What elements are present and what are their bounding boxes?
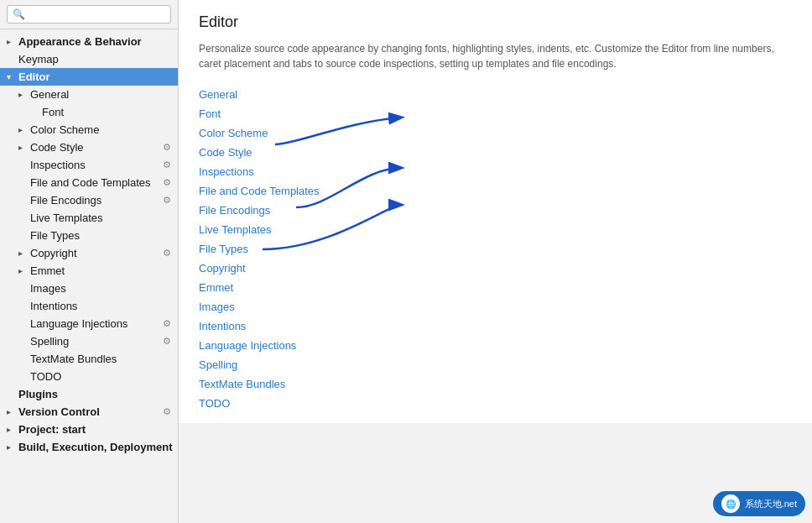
gear-icon: ⚙ bbox=[163, 248, 171, 259]
sidebar-item-label-code-style: Code Style bbox=[30, 141, 159, 154]
sidebar-item-spelling[interactable]: Spelling⚙ bbox=[0, 332, 178, 350]
editor-link-file-types[interactable]: File Types bbox=[199, 243, 792, 255]
sidebar-item-label-file-types: File Types bbox=[30, 229, 171, 242]
editor-link-emmet[interactable]: Emmet bbox=[199, 281, 792, 294]
sidebar-item-label-font: Font bbox=[42, 106, 171, 118]
expand-arrow-emmet: ▸ bbox=[18, 266, 30, 275]
sidebar-item-label-file-and-code-templates: File and Code Templates bbox=[30, 176, 159, 189]
sidebar-item-file-encodings[interactable]: File Encodings⚙ bbox=[0, 191, 178, 209]
sidebar-item-label-file-encodings: File Encodings bbox=[30, 194, 159, 207]
sidebar-item-code-style[interactable]: ▸Code Style⚙ bbox=[0, 139, 178, 156]
sidebar-item-emmet[interactable]: ▸Emmet bbox=[0, 262, 178, 280]
sidebar-item-label-images: Images bbox=[30, 282, 171, 295]
page-title: Editor bbox=[199, 13, 792, 31]
gear-icon: ⚙ bbox=[163, 160, 171, 170]
search-container bbox=[0, 0, 178, 29]
sidebar-item-project-start[interactable]: ▸Project: start bbox=[0, 421, 178, 438]
sidebar-item-label-intentions: Intentions bbox=[30, 300, 171, 312]
main-content: Editor Personalize source code appearanc… bbox=[179, 0, 812, 423]
editor-link-code-style[interactable]: Code Style bbox=[199, 146, 792, 159]
gear-icon: ⚙ bbox=[163, 195, 171, 206]
sidebar-item-label-inspections: Inspections bbox=[30, 159, 159, 171]
expand-arrow-copyright: ▸ bbox=[18, 248, 30, 258]
gear-icon: ⚙ bbox=[163, 177, 171, 188]
sidebar-item-font[interactable]: Font bbox=[0, 103, 178, 121]
settings-window: ▸Appearance & BehaviorKeymap▾Editor▸Gene… bbox=[0, 0, 812, 523]
expand-arrow-editor: ▾ bbox=[7, 72, 18, 81]
editor-link-file-and-code-templates[interactable]: File and Code Templates bbox=[199, 185, 792, 197]
sidebar-item-label-textmate-bundles: TextMate Bundles bbox=[30, 353, 171, 365]
editor-link-font[interactable]: Font bbox=[199, 107, 792, 120]
editor-link-images[interactable]: Images bbox=[199, 301, 792, 313]
editor-link-intentions[interactable]: Intentions bbox=[199, 320, 792, 332]
page-description: Personalize source code appearance by ch… bbox=[199, 41, 792, 71]
sidebar-item-label-spelling: Spelling bbox=[30, 335, 159, 348]
sidebar-item-editor[interactable]: ▾Editor bbox=[0, 68, 178, 86]
editor-link-todo[interactable]: TODO bbox=[199, 397, 792, 410]
sidebar-item-keymap[interactable]: Keymap bbox=[0, 50, 178, 68]
editor-link-spelling[interactable]: Spelling bbox=[199, 358, 792, 371]
sidebar-item-label-editor: Editor bbox=[18, 71, 171, 83]
sidebar-item-label-emmet: Emmet bbox=[30, 264, 171, 277]
sidebar-item-label-build-execution-deployment: Build, Execution, Deployment bbox=[18, 441, 172, 453]
editor-links-list: GeneralFontColor SchemeCode StyleInspect… bbox=[199, 88, 792, 410]
editor-link-textmate-bundles[interactable]: TextMate Bundles bbox=[199, 378, 792, 390]
editor-link-language-injections[interactable]: Language Injections bbox=[199, 339, 792, 352]
search-input[interactable] bbox=[7, 5, 171, 24]
sidebar-item-language-injections[interactable]: Language Injections⚙ bbox=[0, 315, 178, 332]
sidebar-item-build-execution-deployment[interactable]: ▸Build, Execution, Deployment bbox=[0, 438, 178, 456]
expand-arrow-version-control: ▸ bbox=[7, 407, 18, 416]
sidebar-item-label-copyright: Copyright bbox=[30, 247, 159, 259]
editor-link-live-templates[interactable]: Live Templates bbox=[199, 223, 792, 236]
sidebar-item-label-plugins: Plugins bbox=[18, 388, 171, 400]
sidebar-item-file-types[interactable]: File Types bbox=[0, 227, 178, 244]
expand-arrow-appearance-behavior: ▸ bbox=[7, 37, 18, 46]
sidebar-item-intentions[interactable]: Intentions bbox=[0, 297, 178, 315]
sidebar-item-textmate-bundles[interactable]: TextMate Bundles bbox=[0, 350, 178, 368]
editor-link-color-scheme[interactable]: Color Scheme bbox=[199, 127, 792, 139]
sidebar: ▸Appearance & BehaviorKeymap▾Editor▸Gene… bbox=[0, 0, 179, 523]
watermark-icon: 🌐 bbox=[721, 494, 740, 513]
gear-icon: ⚙ bbox=[163, 142, 171, 153]
sidebar-item-copyright[interactable]: ▸Copyright⚙ bbox=[0, 244, 178, 262]
editor-link-general[interactable]: General bbox=[199, 88, 792, 101]
expand-arrow-build-execution-deployment: ▸ bbox=[7, 442, 18, 452]
expand-arrow-project-start: ▸ bbox=[7, 425, 18, 434]
settings-tree: ▸Appearance & BehaviorKeymap▾Editor▸Gene… bbox=[0, 29, 178, 523]
sidebar-item-plugins[interactable]: Plugins bbox=[0, 385, 178, 403]
gear-icon: ⚙ bbox=[163, 336, 171, 347]
editor-link-copyright[interactable]: Copyright bbox=[199, 262, 792, 275]
sidebar-item-general[interactable]: ▸General bbox=[0, 86, 178, 103]
sidebar-item-label-project-start: Project: start bbox=[18, 423, 171, 436]
sidebar-item-appearance-behavior[interactable]: ▸Appearance & Behavior bbox=[0, 33, 178, 50]
sidebar-item-label-keymap: Keymap bbox=[18, 53, 171, 65]
sidebar-item-label-todo: TODO bbox=[30, 370, 171, 383]
sidebar-item-label-color-scheme: Color Scheme bbox=[30, 123, 171, 136]
gear-icon: ⚙ bbox=[163, 406, 171, 417]
sidebar-item-label-language-injections: Language Injections bbox=[30, 317, 159, 330]
sidebar-item-todo[interactable]: TODO bbox=[0, 368, 178, 385]
watermark: 🌐 系统天地.net bbox=[713, 491, 805, 516]
gear-icon: ⚙ bbox=[163, 318, 171, 329]
sidebar-item-label-appearance-behavior: Appearance & Behavior bbox=[18, 35, 171, 48]
sidebar-item-version-control[interactable]: ▸Version Control⚙ bbox=[0, 403, 178, 421]
expand-arrow-general: ▸ bbox=[18, 90, 30, 99]
sidebar-item-label-general: General bbox=[30, 88, 171, 101]
editor-link-file-encodings[interactable]: File Encodings bbox=[199, 204, 792, 217]
watermark-text: 系统天地.net bbox=[745, 498, 797, 510]
sidebar-item-file-and-code-templates[interactable]: File and Code Templates⚙ bbox=[0, 174, 178, 191]
expand-arrow-color-scheme: ▸ bbox=[18, 125, 30, 134]
sidebar-item-label-live-templates: Live Templates bbox=[30, 212, 171, 224]
editor-link-inspections[interactable]: Inspections bbox=[199, 165, 792, 178]
sidebar-item-live-templates[interactable]: Live Templates bbox=[0, 209, 178, 227]
sidebar-item-inspections[interactable]: Inspections⚙ bbox=[0, 156, 178, 174]
sidebar-item-color-scheme[interactable]: ▸Color Scheme bbox=[0, 121, 178, 139]
sidebar-item-images[interactable]: Images bbox=[0, 280, 178, 297]
sidebar-item-label-version-control: Version Control bbox=[18, 405, 159, 418]
expand-arrow-code-style: ▸ bbox=[18, 143, 30, 152]
